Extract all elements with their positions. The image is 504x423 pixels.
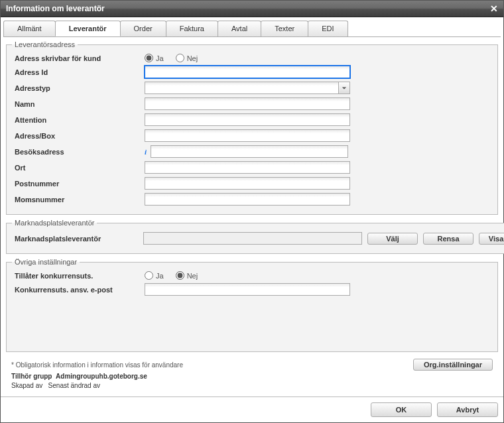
- label-tillater: Tillåter konkurrensuts.: [12, 272, 145, 280]
- button-visa-kort[interactable]: Visa kort: [479, 233, 504, 245]
- label-adressbox: Adress/Box: [12, 132, 145, 140]
- titlebar: Information om leverantör ✕: [1, 1, 503, 17]
- footer-info: * Obligatorisk information i information…: [6, 356, 498, 394]
- input-namn[interactable]: [145, 97, 350, 110]
- value-tillhor-grupp: Admingroupuhb.goteborg.se: [56, 373, 147, 380]
- input-momsnummer[interactable]: [145, 193, 350, 206]
- radio-ja-skrivbar[interactable]: Ja: [145, 54, 164, 62]
- label-adress-skrivbar: Adress skrivbar för kund: [12, 54, 145, 62]
- select-adresstyp[interactable]: [145, 82, 350, 94]
- tab-leverantor[interactable]: Leverantör: [55, 21, 121, 36]
- input-adressbox[interactable]: [145, 129, 350, 142]
- label-senast-andrad: Senast ändrad av: [48, 382, 100, 389]
- tab-faktura[interactable]: Faktura: [166, 21, 218, 36]
- label-momsnummer: Momsnummer: [12, 196, 145, 204]
- dialog-button-bar: OK Avbryt: [1, 396, 503, 422]
- dialog-title: Information om leverantör: [6, 4, 105, 13]
- content-area: Allmänt Leverantör Order Faktura Avtal T…: [1, 17, 503, 396]
- tab-body: Leverantörsadress Adress skrivbar för ku…: [3, 36, 501, 396]
- input-konk-epost[interactable]: [145, 283, 350, 296]
- chevron-down-icon[interactable]: [338, 82, 349, 93]
- label-tillhor-grupp: Tillhör grupp: [11, 373, 52, 380]
- button-rensa[interactable]: Rensa: [423, 233, 473, 245]
- radio-nej-konkurrens[interactable]: Nej: [176, 271, 198, 280]
- input-marknadsplats: [143, 232, 362, 245]
- fieldset-ovriga: Övriga inställningar Tillåter konkurrens…: [6, 258, 498, 352]
- button-avbryt[interactable]: Avbryt: [437, 402, 498, 417]
- label-ort: Ort: [12, 164, 145, 172]
- radio-ja-konkurrens[interactable]: Ja: [145, 271, 164, 280]
- label-skapad-av: Skapad av: [11, 382, 42, 389]
- tab-edi[interactable]: EDI: [308, 21, 347, 36]
- fieldset-marknadsplats: Marknadsplatsleverantör Marknadsplatslev…: [6, 219, 504, 254]
- radio-nej-skrivbar[interactable]: Nej: [176, 54, 198, 62]
- legend-leverantorsadress: Leverantörsadress: [12, 40, 78, 48]
- label-adress-id: Adress Id: [12, 68, 145, 76]
- button-org-installningar[interactable]: Org.inställningar: [413, 359, 493, 371]
- legend-marknadsplats: Marknadsplatsleverantör: [12, 219, 97, 227]
- info-icon[interactable]: i: [145, 148, 147, 156]
- input-ort[interactable]: [145, 161, 350, 174]
- tab-allmant[interactable]: Allmänt: [3, 21, 56, 36]
- label-attention: Attention: [12, 116, 145, 124]
- input-attention[interactable]: [145, 113, 350, 126]
- label-adresstyp: Adresstyp: [12, 84, 145, 92]
- label-namn: Namn: [12, 100, 145, 108]
- tab-texter[interactable]: Texter: [261, 21, 308, 36]
- hint-obligatorisk: * Obligatorisk information i information…: [11, 361, 183, 369]
- fieldset-leverantorsadress: Leverantörsadress Adress skrivbar för ku…: [6, 40, 498, 215]
- select-adresstyp-input[interactable]: [145, 82, 350, 94]
- label-postnummer: Postnummer: [12, 180, 145, 188]
- close-icon[interactable]: ✕: [490, 3, 498, 14]
- tab-strip: Allmänt Leverantör Order Faktura Avtal T…: [3, 21, 501, 37]
- radio-ja-input[interactable]: [145, 54, 153, 62]
- label-besoksadress: Besöksadress: [12, 148, 145, 156]
- radio-ja-konk-input[interactable]: [145, 271, 153, 280]
- tab-avtal[interactable]: Avtal: [218, 21, 261, 36]
- input-besoksadress[interactable]: [151, 145, 348, 158]
- label-marknadsplats: Marknadsplatsleverantör: [12, 235, 138, 243]
- input-postnummer[interactable]: [145, 177, 350, 190]
- radio-nej-konk-input[interactable]: [176, 271, 184, 280]
- tab-order[interactable]: Order: [120, 21, 166, 36]
- input-adress-id[interactable]: [145, 66, 350, 78]
- legend-ovriga: Övriga inställningar: [12, 258, 80, 266]
- label-konk-epost: Konkurrensuts. ansv. e-post: [12, 286, 145, 294]
- button-ok[interactable]: OK: [371, 402, 432, 417]
- dialog-window: Information om leverantör ✕ Allmänt Leve…: [0, 0, 504, 423]
- radio-nej-input[interactable]: [176, 54, 184, 62]
- button-valj[interactable]: Välj: [367, 233, 418, 245]
